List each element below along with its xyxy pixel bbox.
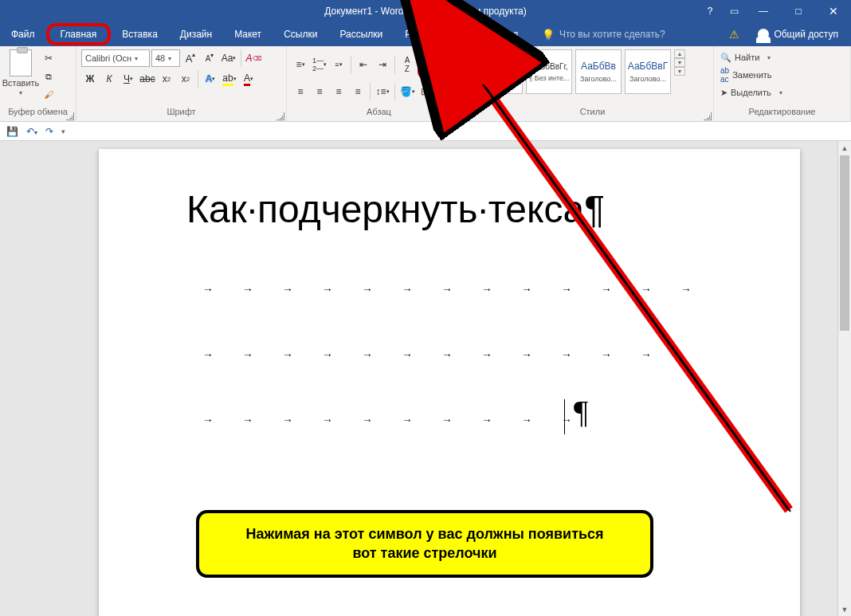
tab-mailings[interactable]: Рассылки: [328, 22, 394, 46]
gallery-more-icon[interactable]: ▾: [674, 67, 685, 76]
shrink-font-button[interactable]: A▾: [201, 49, 218, 67]
clipboard-dialog-launcher[interactable]: [66, 112, 74, 120]
bullets-button[interactable]: ≡▾: [292, 56, 309, 73]
copy-button[interactable]: ⧉: [40, 68, 57, 85]
replace-icon: abac: [720, 66, 729, 84]
pilcrow-icon: ¶: [430, 58, 437, 72]
tab-references[interactable]: Ссылки: [273, 22, 328, 46]
tab-insert[interactable]: Вставка: [111, 22, 169, 46]
indent-icon: ⇥: [378, 59, 386, 70]
font-size-combo[interactable]: 48▾: [151, 49, 180, 67]
undo-button[interactable]: ↶▾: [26, 126, 37, 137]
borders-button[interactable]: ⊞▾: [418, 83, 435, 100]
group-clipboard-label: Буфер обмена: [5, 107, 71, 120]
scissors-icon: ✂: [45, 53, 53, 64]
clear-formatting-button[interactable]: A⌫: [245, 49, 262, 67]
line-spacing-icon: ↕≡: [375, 86, 386, 97]
strikethrough-button[interactable]: abc: [139, 70, 156, 88]
tab-design[interactable]: Дизайн: [169, 22, 223, 46]
ribbon-display-options-icon[interactable]: ▭: [722, 0, 746, 22]
style-no-spacing[interactable]: АаБбВвГг, ¶ Без инте...: [526, 49, 572, 94]
share-button[interactable]: Общий доступ: [758, 29, 838, 40]
redo-button[interactable]: ↷: [45, 126, 53, 137]
superscript-button[interactable]: x2: [177, 70, 194, 88]
font-color-button[interactable]: A▾: [240, 70, 257, 88]
paste-button[interactable]: Вставить ▾: [5, 49, 37, 96]
tab-review[interactable]: Рецензирование: [394, 22, 490, 46]
callout-line1: Нажимая на этот символ у вас должны появ…: [214, 524, 636, 543]
style-normal[interactable]: АаБбВвГг, ¶ Обычный: [476, 49, 523, 94]
find-button[interactable]: 🔍 Найти▾: [719, 49, 772, 65]
sort-icon: AZ: [405, 56, 410, 73]
ribbon-tabs: Файл Главная Вставка Дизайн Макет Ссылки…: [0, 22, 851, 46]
text-effects-button[interactable]: A▾: [202, 70, 219, 88]
qat-customize[interactable]: ▾: [61, 128, 65, 135]
subscript-button[interactable]: x2: [158, 70, 175, 88]
shading-button[interactable]: 🪣▾: [398, 83, 416, 100]
search-icon: 🔍: [720, 53, 731, 63]
close-button[interactable]: ✕: [816, 0, 851, 22]
scroll-thumb[interactable]: [840, 155, 849, 331]
lightbulb-icon: 💡: [542, 29, 555, 41]
gallery-up-icon[interactable]: ▴: [674, 49, 685, 58]
scroll-down-icon[interactable]: ▼: [838, 602, 851, 616]
numbering-button[interactable]: 1—2—▾: [311, 56, 328, 73]
group-clipboard: Вставить ▾ ✂ ⧉ 🖌 Буфер обмена: [0, 46, 76, 121]
annotation-callout: Нажимая на этот символ у вас должны появ…: [196, 510, 653, 578]
line-spacing-button[interactable]: ↕≡▾: [374, 83, 391, 100]
decrease-indent-button[interactable]: ⇤: [355, 56, 372, 73]
bold-button[interactable]: Ж: [81, 70, 99, 88]
grow-font-button[interactable]: A▴: [182, 49, 199, 67]
align-right-button[interactable]: ≡: [330, 83, 347, 100]
document-headline[interactable]: Как·подчеркнуть·текса¶: [186, 187, 605, 231]
maximize-button[interactable]: □: [781, 0, 816, 22]
font-dialog-launcher[interactable]: [276, 112, 284, 120]
copy-icon: ⧉: [45, 72, 52, 82]
tab-view[interactable]: Вид: [490, 22, 530, 46]
help-icon[interactable]: ?: [698, 0, 722, 22]
align-left-button[interactable]: ≡: [292, 83, 309, 100]
tab-file[interactable]: Файл: [0, 22, 46, 46]
replace-button[interactable]: abac Заменить: [719, 67, 774, 83]
align-center-button[interactable]: ≡: [311, 83, 328, 100]
title-bar: Документ1 - Word (Сбой активации продукт…: [0, 0, 851, 22]
tab-home[interactable]: Главная: [46, 23, 112, 45]
increase-indent-button[interactable]: ⇥: [374, 56, 391, 73]
numbering-icon: 1—2—: [312, 57, 324, 73]
tab-marks-row-2: →→→→→→→→→→→→: [202, 348, 652, 361]
multilevel-list-button[interactable]: ≡▾: [330, 56, 347, 73]
tab-marks-row-1: →→→→→→→→→→→→→: [202, 283, 692, 296]
outdent-icon: ⇤: [359, 59, 367, 70]
warning-icon[interactable]: ⚠: [729, 28, 739, 41]
styles-gallery-scroll[interactable]: ▴ ▾ ▾: [674, 49, 685, 76]
paragraph-mark: ¶: [574, 393, 588, 430]
tell-me-search[interactable]: 💡 Что вы хотите сделать?: [542, 29, 665, 41]
highlight-color-button[interactable]: ab▾: [221, 70, 238, 88]
cut-button[interactable]: ✂: [40, 49, 57, 67]
group-styles: АаБбВвГг, ¶ Обычный АаБбВвГг, ¶ Без инте…: [472, 46, 714, 121]
minimize-button[interactable]: —: [746, 0, 781, 22]
gallery-down-icon[interactable]: ▾: [674, 58, 685, 67]
show-hide-marks-button[interactable]: ¶: [422, 54, 445, 75]
tell-me-placeholder: Что вы хотите сделать?: [559, 29, 665, 40]
group-editing: 🔍 Найти▾ abac Заменить ➤ Выделить▾ Редак…: [714, 46, 851, 121]
sort-button[interactable]: AZ: [398, 56, 416, 73]
tab-layout[interactable]: Макет: [223, 22, 273, 46]
paragraph-dialog-launcher[interactable]: [461, 112, 469, 120]
bucket-icon: 🪣: [400, 86, 412, 97]
italic-button[interactable]: К: [100, 70, 118, 88]
save-button[interactable]: 💾: [6, 126, 18, 137]
style-heading2[interactable]: АаБбВвГ Заголово...: [625, 49, 671, 94]
group-paragraph-label: Абзац: [292, 107, 466, 120]
scroll-up-icon[interactable]: ▲: [838, 141, 851, 155]
select-button[interactable]: ➤ Выделить▾: [719, 84, 784, 100]
justify-button[interactable]: ≡: [349, 83, 367, 100]
vertical-scrollbar[interactable]: ▲ ▼: [837, 141, 851, 616]
underline-button[interactable]: Ч▾: [120, 70, 137, 88]
style-heading1[interactable]: АаБбВв Заголово...: [575, 49, 622, 94]
styles-dialog-launcher[interactable]: [704, 112, 712, 120]
group-font: Calibri (Осн▾ 48▾ A▴ A▾ Aa▾ A⌫ Ж К Ч▾ ab…: [76, 46, 287, 121]
format-painter-button[interactable]: 🖌: [40, 86, 57, 104]
font-name-combo[interactable]: Calibri (Осн▾: [81, 49, 150, 67]
change-case-button[interactable]: Aa▾: [220, 49, 237, 67]
